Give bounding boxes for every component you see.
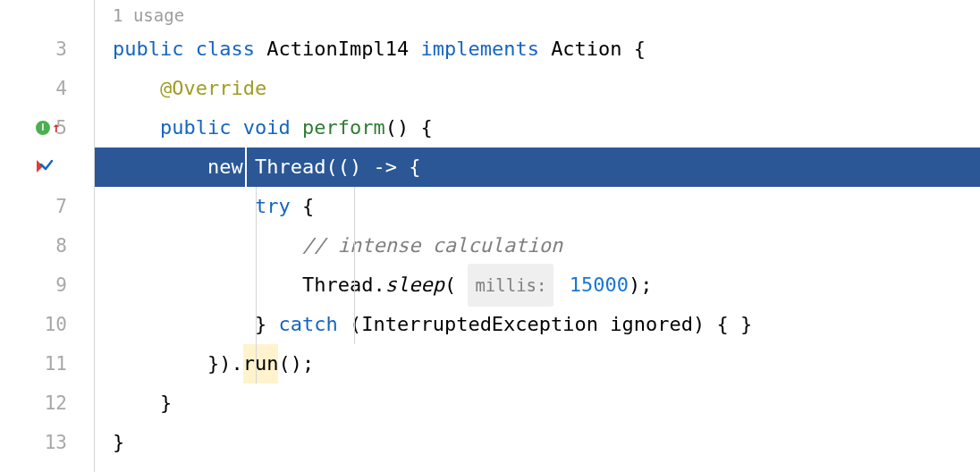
impl-badge-icon: I [36, 121, 50, 135]
interface-name: Action [551, 30, 621, 69]
code-line-selected[interactable]: new Thread(() -> { [95, 148, 980, 187]
brace: } [255, 305, 279, 344]
gutter-row-usage [0, 0, 94, 30]
gutter-line-number[interactable]: 12 [0, 384, 94, 423]
gutter-line-number[interactable]: 13 [0, 423, 94, 462]
gutter-line-number[interactable] [0, 148, 94, 187]
code-content[interactable]: 1 usage public class ActionImpl14 implem… [95, 0, 980, 472]
code-text: (() -> { [325, 148, 420, 187]
indent-guide [354, 266, 355, 305]
number-literal: 15000 [570, 266, 629, 305]
code-text: (InterruptedException ignored) { } [338, 305, 753, 344]
line-number: 13 [45, 423, 67, 462]
code-line[interactable]: @Override [95, 69, 980, 108]
annotation: @Override [160, 69, 266, 108]
code-line[interactable]: Thread.sleep( millis: 15000); [95, 266, 980, 305]
line-number: 7 [55, 187, 67, 226]
brace: } [160, 384, 172, 423]
code-line[interactable]: } [95, 384, 980, 423]
indent-guide [256, 187, 257, 226]
warning-highlight: run [243, 344, 279, 384]
interface-implements-icon[interactable]: I ↑ [36, 108, 61, 148]
line-number: 4 [55, 69, 67, 108]
line-number: 8 [55, 226, 67, 266]
method-call: sleep [385, 266, 444, 305]
line-number: 11 [45, 344, 67, 384]
code-text: }). [207, 344, 243, 384]
class-name: ActionImpl14 [266, 30, 409, 69]
code-line[interactable]: public void perform() { [95, 108, 980, 148]
brace: { [291, 187, 315, 226]
line-number: 12 [45, 384, 67, 423]
keyword: void [243, 108, 291, 148]
method-name: perform [302, 108, 385, 148]
line-number: 9 [55, 266, 67, 305]
class-ref: Thread [302, 266, 373, 305]
gutter-line-number[interactable]: 4 [0, 69, 94, 108]
keyword: new [207, 148, 243, 187]
indent-guide [256, 226, 257, 266]
code-line[interactable]: } [95, 423, 980, 462]
indent-guide [256, 266, 257, 305]
gutter-line-number[interactable]: I ↑ 5 [0, 108, 94, 148]
constructor-name: Thread [255, 148, 325, 187]
indent-guide [354, 226, 355, 266]
keyword: class [196, 30, 255, 69]
code-line[interactable]: public class ActionImpl14 implements Act… [95, 30, 980, 69]
indent-guide [245, 148, 247, 187]
gutter-line-number[interactable]: 9 [0, 266, 94, 305]
brace: { [622, 30, 646, 69]
keyword: catch [278, 305, 337, 344]
keyword: public [113, 30, 183, 69]
parameter-hint: millis: [468, 264, 553, 307]
code-text: (); [278, 344, 314, 384]
code-editor: 3 4 I ↑ 5 7 8 9 10 11 12 13 1 usage [0, 0, 980, 472]
indent-guide [256, 305, 257, 344]
gutter: 3 4 I ↑ 5 7 8 9 10 11 12 13 [0, 0, 95, 472]
code-text: () { [385, 108, 433, 148]
line-number: 3 [55, 30, 67, 69]
indent-guide [256, 344, 257, 384]
code-text: ); [629, 266, 653, 305]
up-arrow-icon: ↑ [52, 108, 61, 148]
code-line[interactable]: try { [95, 187, 980, 226]
usage-hint[interactable]: 1 usage [95, 0, 980, 30]
gutter-line-number[interactable]: 7 [0, 187, 94, 226]
bookmark-check-icon[interactable] [34, 157, 54, 177]
line-number: 10 [45, 305, 67, 344]
indent-guide [354, 187, 355, 226]
keyword: try [255, 187, 291, 226]
gutter-line-number[interactable]: 11 [0, 344, 94, 384]
gutter-line-number[interactable]: 3 [0, 30, 94, 69]
keyword: public [160, 108, 231, 148]
brace: } [113, 423, 124, 462]
indent-guide [354, 305, 355, 344]
keyword: implements [420, 30, 538, 69]
code-line[interactable]: } catch (InterruptedException ignored) {… [95, 305, 980, 344]
dot: . [373, 266, 384, 305]
paren: ( [444, 266, 469, 305]
code-line[interactable]: }).run(); [95, 344, 980, 384]
comment: // intense calculation [302, 226, 562, 266]
gutter-line-number[interactable]: 8 [0, 226, 94, 266]
code-line[interactable]: // intense calculation [95, 226, 980, 266]
gutter-line-number[interactable]: 10 [0, 305, 94, 344]
